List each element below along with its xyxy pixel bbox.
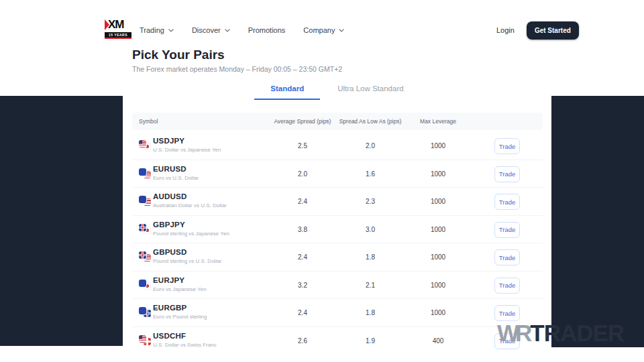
nav-item-label: Trading [140, 26, 164, 34]
table-row: EURJPY Euro vs Japanese Yen 3.2 2.1 1000… [132, 272, 543, 300]
pair-description: U.S. Dollar vs Japanese Yen [153, 147, 221, 153]
page: XM 15 YEARS Trading Discover Promotions … [0, 0, 644, 362]
avg-spread-value: 2.4 [276, 243, 329, 272]
max-leverage-value: 1000 [411, 188, 465, 216]
header-max-leverage: Max Leverage [384, 113, 492, 130]
pair-symbol: USDCHF [153, 332, 217, 340]
trade-button[interactable]: Trade [494, 305, 520, 321]
low-spread-value: 1.8 [343, 299, 397, 327]
pair-symbol: GBPUSD [153, 248, 221, 256]
pair-description: Pound sterling vs U.S. Dollar [153, 258, 221, 264]
nav-item-discover[interactable]: Discover [192, 26, 230, 34]
pair-description: Australian Dollar vs U.S. Dollar [153, 202, 227, 208]
chevron-down-icon [339, 29, 344, 32]
pair-symbol: EURUSD [153, 165, 199, 173]
low-spread-value: 1.9 [343, 327, 397, 355]
currency-pair-flags [139, 280, 151, 290]
base-currency-flag-icon [139, 168, 146, 176]
currency-pair-flags [139, 335, 151, 345]
trade-button[interactable]: Trade [494, 249, 520, 265]
table-row: AUDUSD Australian Dollar vs U.S. Dollar … [132, 188, 543, 216]
currency-pair-flags [139, 307, 151, 317]
avg-spread-value: 2.6 [276, 327, 329, 355]
table-row: GBPUSD Pound sterling vs U.S. Dollar 2.4… [132, 243, 543, 272]
low-spread-value: 1.8 [343, 243, 397, 272]
trade-button[interactable]: Trade [494, 166, 520, 182]
currency-pair-flags [139, 168, 151, 178]
avg-spread-value: 2.5 [276, 132, 329, 160]
pair-symbol: GBPJPY [153, 221, 229, 229]
avg-spread-value: 3.8 [276, 216, 329, 244]
max-leverage-value: 1000 [411, 132, 465, 160]
pair-description: U.S. Dollar vs Swiss Franc [153, 342, 217, 348]
base-currency-flag-icon [139, 196, 146, 203]
currency-pair-flags [139, 140, 151, 150]
table-row: EURUSD Euro vs U.S. Dollar 2.0 1.6 1000 … [132, 160, 543, 188]
table-header: Symbol Average Spread (pips) Spread As L… [132, 113, 543, 130]
get-started-button[interactable]: Get Started [527, 21, 579, 40]
trade-button[interactable]: Trade [494, 278, 520, 294]
avg-spread-value: 2.4 [276, 188, 329, 216]
low-spread-value: 2.0 [343, 132, 397, 160]
logo-text: XM [108, 18, 124, 32]
pair-symbol: EURGBP [153, 304, 207, 312]
pair-symbol: EURJPY [153, 276, 207, 284]
pair-description: Pound sterling vs Japanese Yen [153, 231, 229, 237]
nav-item-trading[interactable]: Trading [140, 26, 174, 34]
max-leverage-value: 1000 [411, 243, 465, 272]
table-row: USDJPY U.S. Dollar vs Japanese Yen 2.5 2… [132, 132, 543, 160]
page-title: Pick Your Pairs [132, 48, 225, 62]
max-leverage-value: 1000 [411, 299, 465, 327]
max-leverage-value: 1000 [411, 272, 465, 300]
tab-standard[interactable]: Standard [254, 80, 320, 100]
table-row: EURGBP Euro vs Pound sterling 2.4 1.8 10… [132, 299, 543, 327]
base-currency-flag-icon [139, 280, 146, 287]
max-leverage-value: 1000 [411, 216, 465, 244]
avg-spread-value: 2.4 [276, 299, 329, 327]
avg-spread-value: 2.0 [276, 160, 329, 188]
nav-item-company[interactable]: Company [303, 26, 344, 34]
login-link[interactable]: Login [496, 26, 515, 34]
chevron-down-icon [168, 29, 174, 32]
pair-description: Euro vs Japanese Yen [153, 286, 207, 292]
currency-pair-flags [139, 196, 151, 206]
trade-button[interactable]: Trade [494, 222, 520, 238]
max-leverage-value: 1000 [411, 160, 465, 188]
navbar: XM 15 YEARS Trading Discover Promotions … [0, 0, 644, 60]
left-background-panel [0, 96, 123, 346]
chevron-down-icon [225, 29, 230, 32]
trade-button[interactable]: Trade [494, 333, 520, 349]
nav-item-label: Discover [192, 26, 221, 34]
tab-bar: Standard Ultra Low Standard [123, 80, 551, 100]
table-row: USDCHF U.S. Dollar vs Swiss Franc 2.6 1.… [132, 327, 543, 355]
nav-item-label: Promotions [248, 26, 286, 34]
pairs-table-body: USDJPY U.S. Dollar vs Japanese Yen 2.5 2… [132, 132, 543, 355]
right-background-panel [551, 96, 644, 347]
trade-button[interactable]: Trade [494, 138, 520, 154]
base-currency-flag-icon [139, 224, 146, 231]
xm-logo[interactable]: XM 15 YEARS [105, 18, 131, 39]
low-spread-value: 2.1 [343, 272, 397, 300]
currency-pair-flags [139, 224, 151, 234]
header-symbol: Symbol [139, 113, 158, 130]
tab-ultra-low-standard[interactable]: Ultra Low Standard [321, 80, 419, 100]
base-currency-flag-icon [139, 251, 146, 259]
low-spread-value: 1.6 [343, 160, 397, 188]
avg-spread-value: 3.2 [276, 272, 329, 300]
low-spread-value: 2.3 [343, 188, 397, 216]
table-row: GBPJPY Pound sterling vs Japanese Yen 3.… [132, 216, 543, 244]
nav-right: Login Get Started [496, 0, 579, 60]
currency-pair-flags [139, 251, 151, 261]
pair-symbol: USDJPY [153, 137, 221, 145]
max-leverage-value: 400 [411, 327, 465, 355]
pair-description: Euro vs Pound sterling [153, 314, 207, 320]
nav-item-promotions[interactable]: Promotions [248, 26, 286, 34]
base-currency-flag-icon [139, 307, 146, 314]
base-currency-flag-icon [139, 335, 146, 343]
base-currency-flag-icon [139, 140, 146, 147]
pair-symbol: AUDUSD [153, 192, 227, 200]
logo-subtext: 15 YEARS [105, 32, 131, 39]
pair-description: Euro vs U.S. Dollar [153, 175, 199, 181]
low-spread-value: 3.0 [343, 216, 397, 244]
trade-button[interactable]: Trade [494, 194, 520, 210]
